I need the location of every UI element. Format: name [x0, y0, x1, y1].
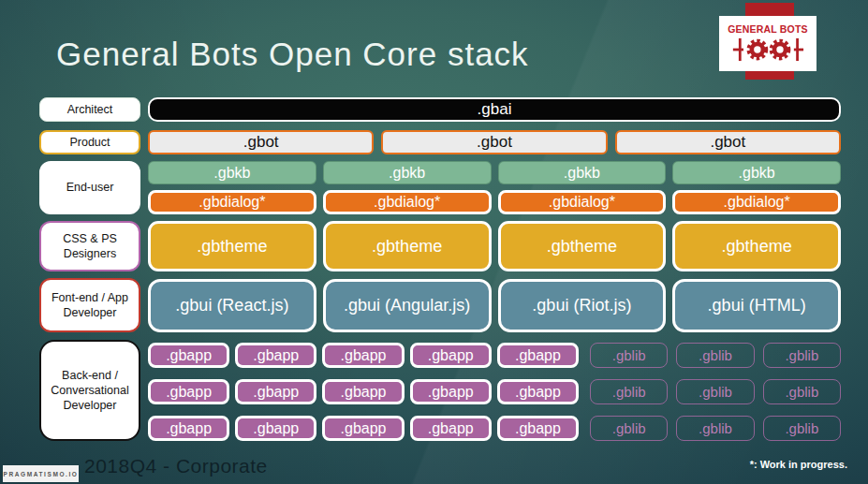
- gblib-box: .gblib: [590, 343, 668, 368]
- gbkb-box: .gbkb: [672, 161, 841, 184]
- gbapp-box: .gbapp: [322, 343, 404, 368]
- footer-caption: 2018Q4 - Corporate: [84, 455, 268, 477]
- gbapp-box: .gbapp: [322, 416, 404, 441]
- gbapp-box: .gbapp: [322, 379, 404, 404]
- gbkb-box: .gbkb: [323, 161, 492, 184]
- gbapp-box: .gbapp: [497, 343, 579, 368]
- gbui-angular-box: .gbui (Angular.js): [323, 279, 492, 332]
- gbot-box: .gbot: [615, 130, 841, 154]
- gbapp-box: .gbapp: [497, 379, 579, 404]
- gbdialog-box: .gbdialog*: [323, 190, 492, 214]
- gblib-group: .gblib .gblib .gblib: [590, 416, 841, 441]
- row-backend-3: .gbapp .gbapp .gbapp .gbapp .gbapp .gbli…: [148, 416, 841, 441]
- gblib-box: .gblib: [590, 416, 668, 441]
- gbdialog-box: .gbdialog*: [148, 190, 316, 214]
- gbkb-box: .gbkb: [498, 161, 667, 184]
- gblib-box: .gblib: [763, 343, 841, 368]
- row-gbtheme: .gbtheme .gbtheme .gbtheme .gbtheme: [148, 221, 841, 271]
- gbapp-box: .gbapp: [148, 416, 229, 441]
- row-gbot: .gbot .gbot .gbot: [148, 130, 841, 154]
- row-gbdialog: .gbdialog* .gbdialog* .gbdialog* .gbdial…: [148, 190, 841, 214]
- gbapp-box: .gbapp: [235, 343, 316, 368]
- gbapp-box: .gbapp: [148, 343, 229, 368]
- row-gbai: .gbai: [148, 97, 841, 122]
- gbapp-box: .gbapp: [148, 379, 229, 404]
- row-gbkb: .gbkb .gbkb .gbkb .gbkb: [148, 161, 841, 184]
- gblib-box: .gblib: [676, 343, 754, 368]
- gblib-box: .gblib: [676, 416, 754, 441]
- page-title: General Bots Open Core stack: [56, 36, 529, 73]
- gblib-group: .gblib .gblib .gblib: [590, 379, 841, 404]
- role-label-backend-conversational-developer: Back-end / Conversational Developer: [39, 340, 140, 441]
- row-gbui: .gbui (React.js) .gbui (Angular.js) .gbu…: [148, 279, 841, 332]
- gblib-box: .gblib: [763, 416, 841, 441]
- role-label-end-user: End-user: [39, 161, 140, 214]
- gbui-html-box: .gbui (HTML): [672, 279, 841, 332]
- gblib-box: .gblib: [676, 379, 754, 404]
- gbapp-group: .gbapp .gbapp .gbapp .gbapp .gbapp: [148, 416, 579, 441]
- gbkb-box: .gbkb: [148, 161, 316, 184]
- gbapp-box: .gbapp: [497, 416, 579, 441]
- gbapp-box: .gbapp: [235, 379, 316, 404]
- gbtheme-box: .gbtheme: [323, 221, 492, 271]
- work-in-progress-footnote: *: Work in progress.: [750, 459, 847, 470]
- gbapp-group: .gbapp .gbapp .gbapp .gbapp .gbapp: [148, 379, 579, 404]
- gbdialog-box: .gbdialog*: [498, 190, 667, 214]
- general-bots-logo: GENERAL BOTS: [719, 16, 817, 71]
- gblib-box: .gblib: [590, 379, 668, 404]
- pragmatismo-brand-badge: PRAGMATISMO.IO: [3, 465, 79, 482]
- role-label-css-ps-designers: CSS & PS Designers: [39, 221, 140, 271]
- gblib-group: .gblib .gblib .gblib: [590, 343, 841, 368]
- gbdialog-box: .gbdialog*: [672, 190, 841, 214]
- gbot-box: .gbot: [148, 130, 374, 154]
- gbtheme-box: .gbtheme: [672, 221, 841, 271]
- gbapp-box: .gbapp: [410, 416, 492, 441]
- gbot-box: .gbot: [381, 130, 607, 154]
- gears-icon: [731, 36, 804, 64]
- role-label-frontend-app-developer: Font-end / App Developer: [39, 278, 140, 332]
- gbui-riot-box: .gbui (Riot.js): [498, 279, 667, 332]
- gbtheme-box: .gbtheme: [148, 221, 316, 271]
- gblib-box: .gblib: [763, 379, 841, 404]
- row-backend-2: .gbapp .gbapp .gbapp .gbapp .gbapp .gbli…: [148, 379, 841, 404]
- gbapp-box: .gbapp: [410, 379, 492, 404]
- role-label-product: Product: [39, 130, 140, 154]
- row-backend-1: .gbapp .gbapp .gbapp .gbapp .gbapp .gbli…: [148, 343, 841, 368]
- role-label-architect: Architect: [39, 97, 140, 122]
- slide-canvas: General Bots Open Core stack GENERAL BOT…: [0, 0, 868, 484]
- gbapp-box: .gbapp: [235, 416, 316, 441]
- gbapp-group: .gbapp .gbapp .gbapp .gbapp .gbapp: [148, 343, 579, 368]
- gbui-react-box: .gbui (React.js): [148, 279, 316, 332]
- gbai-box: .gbai: [148, 97, 841, 122]
- gbtheme-box: .gbtheme: [498, 221, 667, 271]
- gbapp-box: .gbapp: [410, 343, 492, 368]
- logo-wordmark: GENERAL BOTS: [728, 23, 808, 35]
